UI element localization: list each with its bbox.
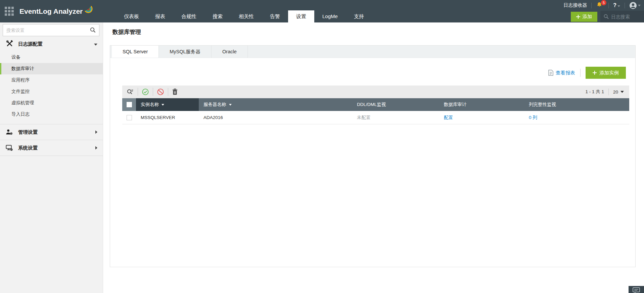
divider: [168, 88, 168, 96]
sidebar-section-system-settings[interactable]: 系统设置: [0, 140, 103, 156]
page-size-dropdown[interactable]: 20: [613, 90, 625, 95]
plus-icon: [576, 15, 580, 19]
table-header-row: 实例名称 服务器名称 DDL/DML监视 数据库审计 列完整性监视: [122, 98, 629, 111]
view-reports-link[interactable]: 查看报表: [548, 70, 575, 76]
sidebar-item-applications[interactable]: 应用程序: [0, 74, 103, 86]
main-content: 数据库管理 SQL Server MySQL服务器 Oracle 查看报表 添加…: [103, 22, 644, 293]
nav-tab-dashboard[interactable]: 仪表板: [116, 10, 147, 22]
sidebar-items: 设备 数据库审计 应用程序 文件监控 虚拟机管理 导入日志: [0, 52, 103, 124]
topbar: EventLog Analyzer 仪表板 报表 合规性 搜索 相关性 告警 设…: [0, 0, 644, 22]
sidebar-section-label: 系统设置: [18, 145, 38, 151]
logo-swirl-icon: [83, 4, 93, 14]
monitor-gear-icon: [5, 144, 13, 152]
enable-check-icon[interactable]: [142, 88, 149, 96]
notifications-bell-icon[interactable]: 5: [596, 2, 604, 9]
sidebar-item-vm-management[interactable]: 虚拟机管理: [0, 97, 103, 109]
chat-icon: [632, 287, 640, 293]
cell-ddl-dml-status: 未配置: [352, 115, 439, 121]
table-toolbar: 1 - 1 共 1 20: [122, 85, 629, 98]
user-gear-icon: [5, 128, 13, 136]
column-count-link[interactable]: 0 列: [529, 115, 537, 121]
nav-tab-alerts[interactable]: 告警: [262, 10, 288, 22]
page-title: 数据库管理: [112, 28, 141, 36]
topbar-branding: EventLog Analyzer: [0, 0, 116, 22]
add-button[interactable]: 添加: [571, 12, 597, 22]
cell-instance-name: MSSQLSERVER: [136, 115, 199, 120]
database-management-panel: SQL Server MySQL服务器 Oracle 查看报表 添加实例: [110, 45, 636, 267]
sidebar-item-import-logs[interactable]: 导入日志: [0, 109, 103, 120]
divider: [591, 3, 592, 8]
column-header-ddl-dml-monitor: DDL/DML监视: [352, 98, 439, 111]
sidebar-item-file-monitoring[interactable]: 文件监控: [0, 86, 103, 97]
sidebar-item-devices[interactable]: 设备: [0, 52, 103, 63]
nav-tab-search[interactable]: 搜索: [204, 10, 231, 22]
notification-count-badge: 5: [601, 0, 606, 5]
sidebar-item-database-audit[interactable]: 数据库审计: [0, 63, 103, 74]
table-row: MSSQLSERVER ADA2016 未配置 配置 0 列: [122, 111, 629, 124]
search-icon[interactable]: [90, 27, 96, 33]
nav-tab-settings[interactable]: 设置: [288, 10, 314, 22]
divider: [580, 69, 581, 77]
nav-tab-correlation[interactable]: 相关性: [231, 10, 262, 22]
disable-ban-icon[interactable]: [157, 88, 164, 96]
user-menu[interactable]: [629, 2, 641, 9]
tab-mysql-server[interactable]: MySQL服务器: [159, 46, 212, 58]
chevron-down-icon: [620, 91, 624, 93]
sort-caret-icon: [162, 104, 164, 106]
cell-server-name: ADA2016: [199, 115, 352, 120]
delete-trash-icon[interactable]: [172, 89, 178, 95]
divider: [608, 3, 609, 8]
tab-sql-server[interactable]: SQL Server: [112, 46, 159, 58]
feedback-chat-button[interactable]: [629, 286, 644, 293]
sort-caret-icon: [229, 104, 232, 106]
sidebar: 日志源配置 设备 数据库审计 应用程序 文件监控 虚拟机管理 导入日志: [0, 22, 103, 293]
tools-icon: [5, 40, 13, 48]
nav-tab-reports[interactable]: 报表: [147, 10, 173, 22]
app-logo[interactable]: EventLog Analyzer: [19, 7, 93, 15]
sidebar-section-label: 日志源配置: [18, 41, 43, 47]
settings-search-input[interactable]: [3, 24, 99, 36]
chevron-down-icon: [94, 41, 97, 47]
help-menu[interactable]: ?: [613, 2, 620, 8]
sidebar-section-log-source-config[interactable]: 日志源配置: [0, 36, 103, 52]
chevron-right-icon: [95, 145, 97, 151]
divider: [153, 88, 153, 96]
apps-grid-icon[interactable]: [5, 7, 14, 16]
search-icon: [603, 14, 609, 19]
pagination-range: 1 - 1 共 1: [585, 89, 604, 95]
chevron-down-icon: [638, 5, 641, 6]
select-all-checkbox[interactable]: [127, 102, 132, 107]
divider: [138, 88, 138, 96]
panel-actions: 查看报表 添加实例: [110, 67, 626, 79]
sidebar-section-admin-settings[interactable]: 管理设置: [0, 124, 103, 140]
add-instance-button[interactable]: 添加实例: [586, 67, 626, 79]
nav-tab-support[interactable]: 支持: [346, 10, 372, 22]
main-nav: 仪表板 报表 合规性 搜索 相关性 告警 设置 LogMe 支持: [116, 0, 372, 22]
divider: [625, 3, 625, 8]
row-select-cell: [122, 115, 136, 120]
column-header-database-audit: 数据库审计: [439, 98, 524, 111]
nav-tab-logme[interactable]: LogMe: [314, 10, 346, 22]
log-search-box: [600, 11, 644, 22]
chevron-down-icon: [617, 5, 620, 7]
configure-link[interactable]: 配置: [444, 115, 453, 121]
sidebar-section-label: 管理设置: [18, 129, 38, 135]
tab-oracle[interactable]: Oracle: [212, 46, 248, 58]
divider: [608, 89, 609, 95]
chevron-right-icon: [95, 129, 97, 135]
instances-table: 1 - 1 共 1 20 实例名称 服务器名称: [122, 85, 629, 124]
column-header-server-name[interactable]: 服务器名称: [199, 98, 352, 111]
topbar-right: 日志接收器 5 ?: [563, 0, 644, 22]
select-all-cell: [122, 98, 136, 111]
app-logo-text: EventLog Analyzer: [19, 7, 83, 15]
log-receiver-link[interactable]: 日志接收器: [563, 2, 587, 8]
advanced-search-icon[interactable]: [127, 89, 134, 95]
database-type-tabs: SQL Server MySQL服务器 Oracle: [110, 46, 635, 58]
document-icon: [548, 70, 553, 76]
column-header-instance-name[interactable]: 实例名称: [136, 98, 199, 111]
row-checkbox[interactable]: [127, 115, 132, 120]
plus-icon: [593, 71, 597, 75]
nav-tab-compliance[interactable]: 合规性: [173, 10, 204, 22]
user-avatar-icon: [629, 2, 637, 9]
column-header-column-integrity: 列完整性监视: [524, 98, 629, 111]
